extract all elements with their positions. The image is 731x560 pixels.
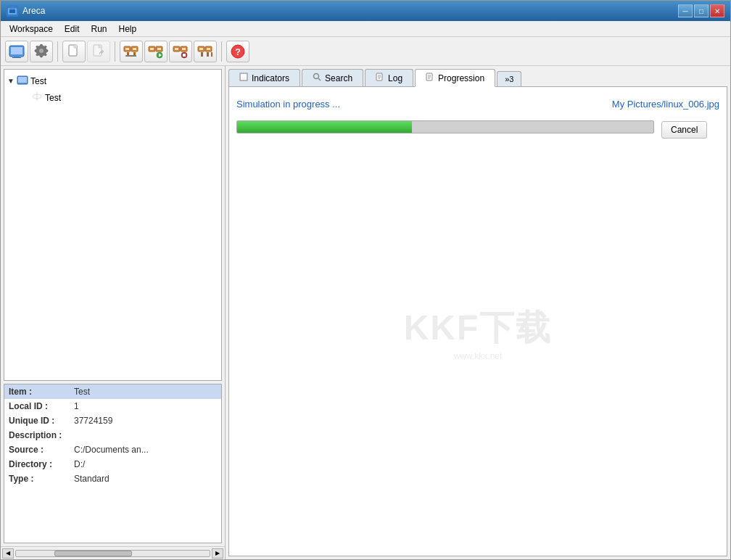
tab-search-icon [313, 73, 321, 83]
cancel-button[interactable]: Cancel [661, 121, 707, 139]
tab-search[interactable]: Search [302, 69, 363, 86]
maximize-button[interactable]: □ [694, 4, 709, 17]
info-rows: Item :TestLocal ID :1Unique ID :37724159… [4, 384, 221, 486]
title-bar-left: Areca [7, 5, 45, 17]
window-controls: ─ □ ✕ [678, 4, 724, 17]
info-cell-label: Local ID : [4, 399, 70, 413]
svg-rect-4 [11, 47, 22, 54]
scroll-right-button[interactable]: ▶ [212, 548, 223, 559]
tab-log-icon [376, 73, 384, 83]
tab-log[interactable]: Log [365, 69, 413, 86]
info-row: Directory :D:/ [4, 457, 221, 472]
progress-bar-fill [237, 121, 412, 133]
simulate-icon [123, 44, 139, 59]
tree-root-icon [17, 74, 28, 88]
info-cell-label: Item : [4, 384, 70, 399]
watermark-logo: KKF下载 [404, 305, 553, 351]
window-title: Areca [22, 6, 45, 16]
minimize-button[interactable]: ─ [678, 4, 693, 17]
toolbar-separator-3 [221, 41, 222, 62]
tab-indicators-icon [239, 73, 248, 83]
tab-search-label: Search [325, 73, 352, 83]
svg-rect-20 [157, 48, 161, 50]
info-row: Item :Test [4, 384, 221, 399]
info-cell-value: 37724159 [70, 413, 221, 428]
toolbar-help-button[interactable]: ? [226, 41, 249, 62]
main-area: ▼ Test [1, 66, 730, 559]
info-cell-label: Source : [4, 442, 70, 457]
scroll-left-button[interactable]: ◀ [2, 548, 14, 559]
scroll-track[interactable] [15, 550, 210, 557]
toolbar-edit-button[interactable] [87, 41, 110, 62]
tree-child-label: Test [45, 93, 61, 103]
info-panel: Item :TestLocal ID :1Unique ID :37724159… [4, 384, 222, 543]
svg-line-43 [318, 78, 321, 81]
simulation-status-text: Simulation in progress ... [236, 99, 340, 110]
progress-header: Simulation in progress ... My Pictures/l… [236, 99, 719, 110]
svg-rect-1 [9, 7, 15, 9]
main-window: Areca ─ □ ✕ Workspace Edit Run Help [0, 0, 731, 560]
tree-child-container: Test [22, 89, 218, 106]
svg-rect-28 [183, 54, 186, 57]
info-row: Unique ID :37724159 [4, 413, 221, 428]
tree-child-icon [31, 91, 43, 104]
info-row: Description : [4, 428, 221, 442]
edit-icon [91, 44, 106, 59]
toolbar-simulate-button[interactable] [120, 41, 143, 62]
settings-icon [34, 44, 49, 59]
svg-rect-16 [125, 55, 136, 57]
menu-help[interactable]: Help [113, 22, 143, 36]
run-icon [148, 44, 164, 59]
svg-point-42 [314, 74, 319, 79]
tab-log-label: Log [388, 73, 402, 83]
right-panel: Indicators Search [226, 66, 730, 559]
close-button[interactable]: ✕ [710, 4, 724, 17]
info-cell-label: Directory : [4, 457, 70, 472]
toolbar-stop-button[interactable] [169, 41, 192, 62]
toolbar-run-button[interactable] [144, 41, 168, 62]
help-icon: ? [230, 44, 246, 59]
tree-root-item[interactable]: ▼ Test [7, 73, 218, 89]
toolbar-workspace-button[interactable] [5, 41, 28, 62]
tab-indicators[interactable]: Indicators [228, 69, 300, 86]
app-icon [7, 5, 18, 17]
toolbar-new-button[interactable] [62, 41, 86, 62]
menu-workspace[interactable]: Workspace [4, 22, 59, 36]
info-cell-value: Test [70, 384, 221, 399]
info-row: Type :Standard [4, 472, 221, 486]
svg-rect-30 [199, 48, 203, 50]
svg-rect-15 [133, 48, 136, 50]
progress-row: Cancel [236, 115, 719, 139]
tab-overflow[interactable]: »3 [497, 71, 521, 86]
stop-icon [173, 44, 189, 59]
tree-toggle-root[interactable]: ▼ [7, 77, 15, 85]
left-panel: ▼ Test [1, 66, 226, 559]
tree-area[interactable]: ▼ Test [4, 69, 222, 381]
watermark: KKF下载 www.kkx.net [404, 305, 553, 361]
current-file-text: My Pictures/linux_006.jpg [612, 99, 719, 110]
svg-rect-32 [207, 48, 210, 50]
svg-text:?: ? [235, 46, 241, 57]
svg-rect-24 [175, 48, 178, 50]
toolbar-settings-button[interactable] [30, 41, 53, 62]
tree-root-label: Test [30, 76, 46, 86]
tab-progression[interactable]: Progression [415, 69, 495, 87]
new-icon [67, 44, 81, 59]
svg-rect-18 [150, 48, 154, 50]
menu-bar: Workspace Edit Run Help [1, 21, 730, 37]
tree-child-item[interactable]: Test [22, 89, 218, 106]
toolbar-separator-1 [57, 41, 58, 62]
progress-bar-container [236, 120, 654, 133]
svg-rect-6 [12, 57, 21, 58]
info-cell-value: C:/Documents an... [70, 442, 221, 457]
info-cell-value: Standard [70, 472, 221, 486]
scroll-thumb [54, 551, 132, 556]
tab-content-progression: Simulation in progress ... My Pictures/l… [228, 87, 727, 556]
toolbar: ? [1, 37, 730, 66]
svg-point-7 [39, 49, 44, 53]
watermark-url: www.kkx.net [404, 351, 553, 361]
workspace-icon [9, 44, 25, 59]
toolbar-more-button[interactable] [194, 41, 217, 62]
menu-run[interactable]: Run [86, 22, 113, 36]
menu-edit[interactable]: Edit [59, 22, 86, 36]
